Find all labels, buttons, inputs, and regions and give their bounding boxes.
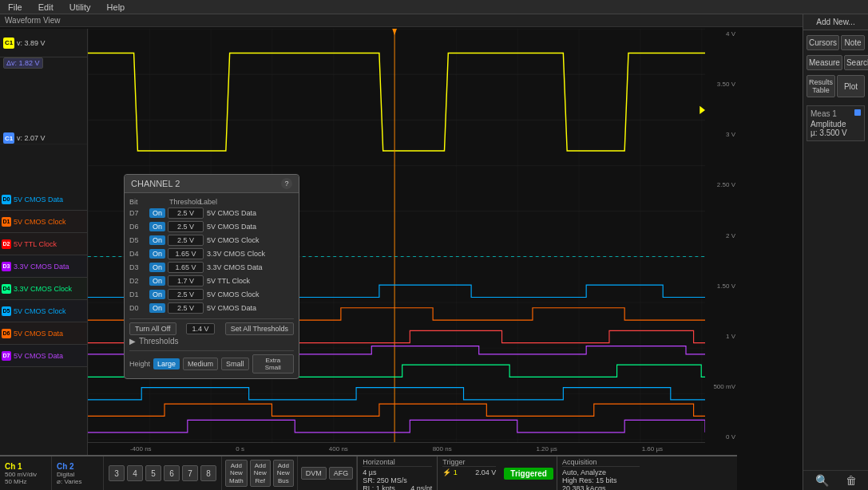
add-new-math-btn[interactable]: AddNewMath (225, 460, 248, 488)
meas1-title: Meas 1 (811, 109, 861, 118)
dialog-row-d7: D7 On 5V CMOS Data (129, 207, 294, 219)
acq-line2: High Res: 15 bits (562, 476, 617, 484)
dialog-footer: Turn All Off Set All Thresholds (129, 318, 294, 335)
height-section: Height Large Medium Small Extra Small (129, 350, 294, 373)
acquisition-title: Acquisition (562, 458, 640, 467)
meas1-panel[interactable]: Meas 1 Amplitude µ: 3.500 V (807, 105, 865, 141)
set-all-thresholds-btn[interactable]: Set All Thresholds (225, 322, 294, 335)
d1-threshold-input[interactable] (168, 289, 204, 300)
d1-on-btn[interactable]: On (149, 290, 165, 299)
plot-btn[interactable]: Plot (837, 75, 865, 97)
ch2-title: CHANNEL 2 (131, 179, 180, 188)
num-btn-7[interactable]: 7 (182, 465, 198, 481)
d0-threshold-input[interactable] (168, 302, 204, 314)
d4-threshold-input[interactable] (168, 248, 204, 259)
d3-on-btn[interactable]: On (149, 263, 165, 272)
horizontal-rl: RL: 1 kpts (363, 484, 395, 490)
ch2-bottom-item[interactable]: Ch 2 Digital ⌀: Varies (52, 456, 104, 490)
d6-threshold-input[interactable] (168, 221, 204, 232)
ch1-indicator: C1 (3, 38, 14, 49)
horizontal-section: Horizontal 4 µs SR: 250 MS/s RL: 1 kpts … (357, 456, 437, 490)
dialog-row-d5: D5 On 5V CMOS Clock (129, 235, 294, 246)
afg-btn[interactable]: AFG (329, 467, 354, 480)
measure-btn[interactable]: Measure (807, 55, 842, 70)
height-extra-small-btn[interactable]: Extra Small (252, 354, 294, 373)
d2-threshold-input[interactable] (168, 275, 204, 286)
trigger-level: 2.04 V (475, 468, 496, 476)
num-btn-4[interactable]: 4 (127, 465, 143, 481)
ch2-voltage-label: v: 2.07 V (17, 134, 46, 142)
menu-edit[interactable]: Edit (30, 2, 61, 12)
menu-bar: File Edit Utility Help (0, 0, 868, 14)
meas1-value: µ: 3.500 V (811, 128, 861, 137)
digital-ch-d2[interactable]: D2 5V TTL Clock (0, 233, 87, 255)
d2-on-btn[interactable]: On (149, 276, 165, 286)
cursors-btn[interactable]: Cursors (807, 35, 839, 50)
d4-on-btn[interactable]: On (149, 249, 165, 259)
ch2-detail1: Digital (57, 471, 98, 478)
menu-file[interactable]: File (0, 2, 30, 12)
horizontal-divs: 4 µs (363, 468, 376, 476)
num-btn-8[interactable]: 8 (200, 465, 216, 481)
horizontal-pts: 4 ns/pt (410, 484, 432, 490)
add-buttons-group: AddNewMath AddNewRef AddNewBus (222, 456, 298, 490)
dialog-row-d4: D4 On 3.3V CMOS Clock (129, 248, 294, 259)
results-table-btn[interactable]: ResultsTable (807, 75, 835, 97)
dialog-row-d1: D1 On 5V CMOS Clock (129, 289, 294, 300)
dialog-row-d0: D0 On 5V CMOS Data (129, 302, 294, 314)
num-btn-3[interactable]: 3 (109, 465, 125, 481)
num-btn-6[interactable]: 6 (164, 465, 180, 481)
turn-all-off-btn[interactable]: Turn All Off (129, 322, 176, 335)
menu-help[interactable]: Help (99, 2, 133, 12)
ch2-label: Ch 2 (57, 462, 98, 471)
d5-on-btn[interactable]: On (149, 235, 165, 245)
d6-on-btn[interactable]: On (149, 222, 165, 231)
triggered-btn[interactable]: Triggered (504, 468, 553, 480)
trigger-section: Trigger ⚡ 1 2.04 V (437, 456, 501, 490)
d7-threshold-input[interactable] (168, 207, 204, 219)
delta-label: Δv: 1.82 V (3, 57, 43, 69)
digital-ch-d7[interactable]: D7 5V CMOS Data (0, 345, 87, 367)
digital-ch-d5[interactable]: D5 5V CMOS Clock (0, 300, 87, 322)
dvm-afg-group: DVM AFG (298, 456, 358, 490)
ch1-detail2: 50 MHz (5, 478, 46, 485)
horizontal-title: Horizontal (363, 458, 432, 467)
horizontal-sr: SR: 250 MS/s (363, 476, 407, 484)
add-new-ref-btn[interactable]: AddNewRef (250, 460, 271, 488)
height-small-btn[interactable]: Small (221, 358, 249, 370)
digital-ch-d4[interactable]: D4 3.3V CMOS Clock (0, 278, 87, 300)
dvm-btn[interactable]: DVM (301, 467, 327, 480)
ch2-indicator: C1 (3, 132, 14, 144)
digital-ch-d1[interactable]: D1 5V CMOS Clock (0, 211, 87, 233)
meas1-label: Amplitude (811, 120, 861, 128)
y-axis: 4 V 3.50 V 3 V 2.50 V 2 V 1.50 V 1 V 500… (705, 29, 737, 442)
d0-on-btn[interactable]: On (149, 303, 165, 313)
trigger-ch: ⚡ 1 (442, 468, 458, 476)
add-new-bus-btn[interactable]: AddNewBus (273, 460, 294, 488)
d7-on-btn[interactable]: On (149, 208, 165, 218)
bottom-bar: Ch 1 500 mV/div 50 MHz Ch 2 Digital ⌀: V… (0, 455, 737, 490)
menu-utility[interactable]: Utility (61, 2, 99, 12)
search-btn[interactable]: Search (844, 55, 868, 70)
acq-line3: 20.383 kAcqs (562, 484, 606, 490)
height-large-btn[interactable]: Large (153, 358, 180, 369)
ch2-dialog: CHANNEL 2 ? Bit Threshold Label D7 On 5V… (124, 174, 299, 379)
note-btn[interactable]: Note (841, 35, 865, 50)
digital-ch-d6[interactable]: D6 5V CMOS Data (0, 322, 87, 345)
digital-ch-d3[interactable]: D3 3.3V CMOS Data (0, 255, 87, 278)
digital-ch-d0[interactable]: D0 5V CMOS Data (0, 188, 87, 211)
acquisition-section: Acquisition Auto, Analyze High Res: 15 b… (557, 456, 644, 490)
num-btn-5[interactable]: 5 (145, 465, 161, 481)
ch2-help-icon[interactable]: ? (281, 178, 292, 189)
ch2-dialog-body: Bit Threshold Label D7 On 5V CMOS Data D… (125, 193, 299, 378)
trash-icon[interactable]: 🗑 (846, 474, 857, 487)
d3-threshold-input[interactable] (168, 262, 204, 273)
height-medium-btn[interactable]: Medium (183, 358, 218, 370)
d5-threshold-input[interactable] (168, 235, 204, 246)
ch1-bottom-item[interactable]: Ch 1 500 mV/div 50 MHz (0, 456, 52, 490)
dialog-row-d6: D6 On 5V CMOS Data (129, 221, 294, 232)
trigger-title: Trigger (442, 458, 496, 467)
waveform-area: Waveform View C1 v: 3.89 V Δv: 1.82 V C1… (0, 14, 803, 490)
all-threshold-input[interactable] (186, 323, 215, 334)
zoom-icon[interactable]: 🔍 (815, 474, 829, 487)
